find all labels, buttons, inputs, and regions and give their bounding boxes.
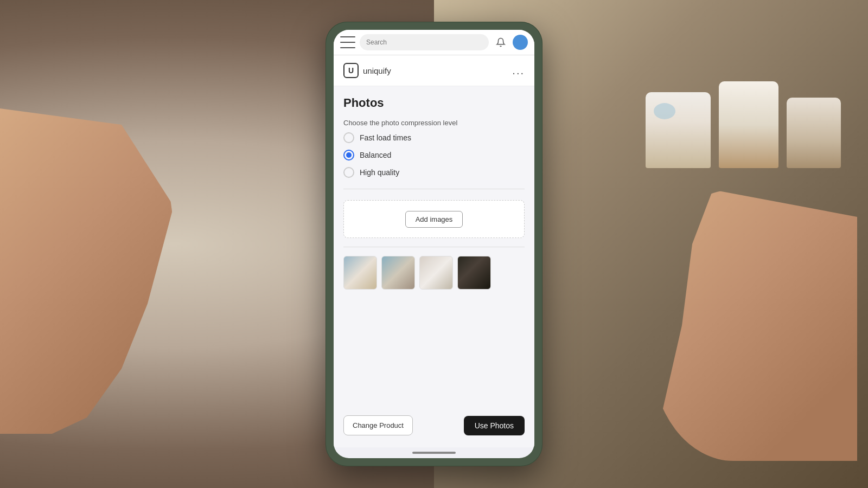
- use-photos-button[interactable]: Use Photos: [464, 416, 525, 435]
- phone-screen: U uniquify ... Photos Choose the photo c…: [334, 30, 534, 458]
- radio-circle-balanced: [343, 150, 354, 160]
- page-body: Photos Choose the photo compression leve…: [334, 86, 534, 447]
- menu-line-3: [340, 47, 355, 48]
- browser-top-bar: [334, 30, 534, 55]
- thumbnail-2[interactable]: [381, 256, 415, 290]
- radio-fast[interactable]: Fast load times: [343, 132, 525, 143]
- radio-label-fast: Fast load times: [360, 133, 411, 142]
- scene: U uniquify ... Photos Choose the photo c…: [0, 0, 868, 488]
- compression-section: Choose the photo compression level Fast …: [343, 119, 525, 178]
- thumbnail-1[interactable]: [343, 256, 377, 290]
- menu-line-2: [340, 42, 355, 43]
- phone-bottom-bar: [334, 447, 534, 458]
- soap-block-3: [787, 98, 841, 168]
- soap-display: [646, 81, 841, 168]
- thumbnail-3[interactable]: [419, 256, 453, 290]
- radio-circle-fast: [343, 132, 354, 143]
- phone-device: U uniquify ... Photos Choose the photo c…: [326, 22, 542, 466]
- radio-label-highquality: High quality: [360, 168, 399, 177]
- radio-circle-highquality: [343, 167, 354, 178]
- menu-button[interactable]: [340, 36, 355, 48]
- more-menu-button[interactable]: ...: [512, 65, 525, 77]
- add-images-button[interactable]: Add images: [405, 211, 463, 228]
- change-product-button[interactable]: Change Product: [343, 415, 413, 435]
- page-title: Photos: [343, 96, 525, 110]
- upload-area[interactable]: Add images: [343, 200, 525, 238]
- bottom-actions: Change Product Use Photos: [343, 409, 525, 438]
- soap-block-2: [719, 81, 778, 168]
- app-header: U uniquify ...: [334, 55, 534, 86]
- bell-icon[interactable]: [493, 35, 508, 50]
- user-avatar[interactable]: [513, 35, 528, 50]
- menu-line-1: [340, 36, 355, 37]
- search-input[interactable]: [360, 34, 489, 50]
- radio-highquality[interactable]: High quality: [343, 167, 525, 178]
- compression-label: Choose the photo compression level: [343, 119, 525, 127]
- compression-radio-group: Fast load times Balanced High quality: [343, 132, 525, 178]
- divider-top: [343, 189, 525, 189]
- app-logo-area: U uniquify: [343, 63, 391, 78]
- divider-bottom: [343, 247, 525, 247]
- thumbnail-4[interactable]: [457, 256, 491, 290]
- app-name: uniquify: [363, 66, 391, 75]
- home-indicator: [412, 452, 456, 454]
- app-content: U uniquify ... Photos Choose the photo c…: [334, 55, 534, 447]
- thumbnails-row: [343, 256, 525, 290]
- phone-container: U uniquify ... Photos Choose the photo c…: [326, 22, 542, 466]
- radio-label-balanced: Balanced: [360, 151, 391, 159]
- soap-block-1: [646, 92, 711, 168]
- app-logo-icon: U: [343, 63, 359, 78]
- radio-balanced[interactable]: Balanced: [343, 150, 525, 160]
